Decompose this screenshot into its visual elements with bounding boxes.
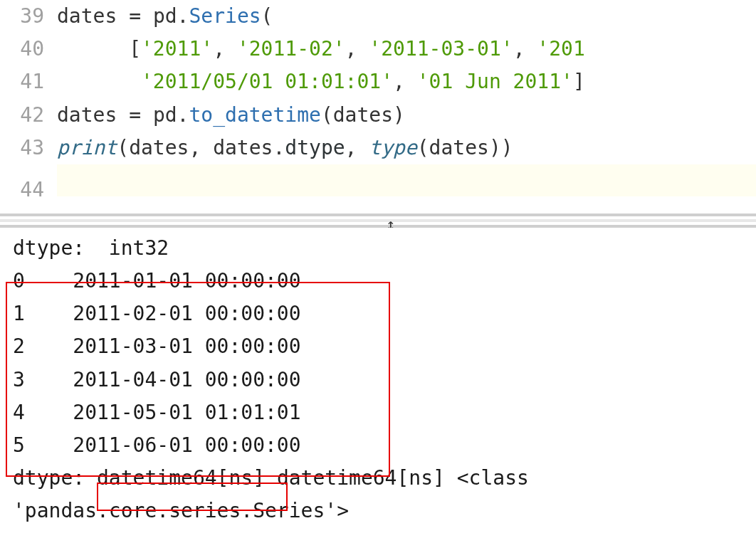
code-content[interactable]: dates = pd.to_datetime(dates) <box>57 99 405 132</box>
code-token: , <box>345 136 369 159</box>
code-token: , <box>513 37 537 60</box>
code-token: . <box>273 136 285 159</box>
code-token: '2011' <box>141 37 213 60</box>
code-content[interactable]: print(dates, dates.dtype, type(dates)) <box>57 132 513 164</box>
code-token: dates <box>57 4 129 28</box>
code-editor-pane[interactable]: 39dates = pd.Series(40 ['2011', '2011-02… <box>0 0 756 206</box>
code-content[interactable]: '2011/05/01 01:01:01', '01 Jun 2011'] <box>57 65 585 98</box>
code-token: , <box>213 37 237 60</box>
code-token: '2011-02' <box>237 37 345 60</box>
output-series-row: 0 2011-01-01 00:00:00 <box>13 265 743 297</box>
code-token: = <box>129 4 153 28</box>
code-token: print <box>57 136 117 159</box>
code-token: (dates) <box>321 103 405 127</box>
tail-post: [ns] datetime64[ns] <class <box>217 466 529 490</box>
output-series-row: 3 2011-04-01 00:00:00 <box>13 364 743 396</box>
gutter-line-number: 39 <box>0 0 57 33</box>
code-token: '2011/05/01 01:01:01' <box>141 70 393 93</box>
code-token: ( <box>261 4 273 28</box>
gutter-line-number: 40 <box>0 33 57 65</box>
code-token: pd <box>153 103 177 127</box>
gutter-line-number: 44 <box>0 174 57 206</box>
gutter-line-number: 41 <box>0 65 57 98</box>
code-token: '2011-03-01' <box>369 37 513 60</box>
code-token: dtype <box>285 136 345 159</box>
pane-splitter[interactable]: ↕ <box>0 213 756 228</box>
code-token: type <box>369 136 416 159</box>
tail-pre: dtype: <box>13 466 97 490</box>
code-content[interactable]: dates = pd.Series( <box>57 0 273 33</box>
gutter-line-number: 43 <box>0 132 57 164</box>
code-token: , <box>393 70 417 93</box>
code-content[interactable]: ['2011', '2011-02', '2011-03-01', '201 <box>57 33 585 65</box>
output-series-row: 5 2011-06-01 00:00:00 <box>13 429 743 462</box>
code-token: . <box>177 4 189 28</box>
code-token: , <box>345 37 369 60</box>
code-token: pd <box>153 4 177 28</box>
code-token: (dates)) <box>417 136 513 159</box>
code-token: ] <box>573 70 585 93</box>
tail-boxed: datetime64 <box>97 466 217 490</box>
output-line-tail: dtype: datetime64[ns] datetime64[ns] <cl… <box>13 462 743 495</box>
code-line-40[interactable]: 40 ['2011', '2011-02', '2011-03-01', '20… <box>0 33 756 65</box>
code-token: = <box>129 103 153 127</box>
code-token: dates <box>57 103 129 127</box>
output-console-pane[interactable]: dtype: int32 0 2011-01-01 00:00:001 2011… <box>0 228 756 528</box>
gutter-line-number: 42 <box>0 99 57 132</box>
code-line-41[interactable]: 41 '2011/05/01 01:01:01', '01 Jun 2011'] <box>0 65 756 98</box>
output-line-dtype: dtype: int32 <box>13 232 743 265</box>
code-token: to_datetime <box>189 103 320 127</box>
output-series-row: 1 2011-02-01 00:00:00 <box>13 297 743 330</box>
code-token: '201 <box>537 37 584 60</box>
code-line-43[interactable]: 43print(dates, dates.dtype, type(dates)) <box>0 132 756 164</box>
code-line-44[interactable]: 44 <box>0 164 756 206</box>
code-token: Series <box>189 4 261 28</box>
code-line-39[interactable]: 39dates = pd.Series( <box>0 0 756 33</box>
output-series-row: 4 2011-05-01 01:01:01 <box>13 396 743 429</box>
code-token <box>57 70 141 93</box>
code-token: [ <box>57 37 141 60</box>
code-line-42[interactable]: 42dates = pd.to_datetime(dates) <box>0 99 756 132</box>
code-token: (dates, dates <box>117 136 273 159</box>
code-content[interactable] <box>57 164 756 196</box>
output-series-row: 2 2011-03-01 00:00:00 <box>13 330 743 363</box>
code-token: . <box>177 103 189 127</box>
code-token: '01 Jun 2011' <box>417 70 573 93</box>
output-line-tail2: 'pandas.core.series.Series'> <box>13 495 743 527</box>
